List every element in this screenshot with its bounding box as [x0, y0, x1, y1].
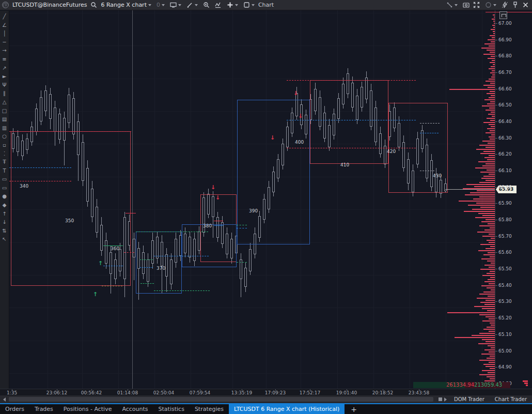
panel-tab[interactable]: Orders [0, 404, 29, 414]
sort-tool[interactable]: ⇅ [1, 227, 9, 236]
panel-square-icon[interactable] [439, 397, 442, 401]
marker-tool[interactable]: ► [1, 72, 9, 81]
scrollbar-thumb[interactable] [9, 397, 433, 402]
rectangle-tool[interactable]: □ [1, 107, 9, 116]
line-tool[interactable]: ╱ [1, 12, 9, 21]
dots-tool[interactable]: ⁚ [1, 150, 9, 159]
gridline-horizontal [9, 373, 495, 374]
chevron-down-icon [148, 4, 151, 6]
volume-profile-tool[interactable]: ▤ [1, 115, 9, 124]
arrow-down-tool[interactable]: ↓ [1, 218, 9, 227]
color-group-button[interactable] [483, 1, 498, 10]
ray-tool[interactable]: → [1, 47, 9, 55]
tpo-profile-tool[interactable]: ▥ [1, 124, 9, 133]
close-icon[interactable] [522, 2, 529, 8]
workspace-tab-bar: OrdersTradesPositions - ActiveAccountsSt… [0, 404, 532, 414]
pin-icon[interactable] [512, 2, 519, 8]
panel-tab[interactable]: Positions - Active [58, 404, 117, 414]
chart-canvas[interactable]: 340350360370380390400410420430↑↑↓↓↓↓↓ [9, 10, 495, 389]
link-off-icon [446, 2, 453, 8]
parallel-lines-tool[interactable]: ≡ [1, 55, 9, 64]
level-line [124, 252, 134, 253]
volume-profile-bar [481, 258, 495, 259]
volume-profile-bar [484, 349, 495, 350]
drawing-button[interactable] [185, 1, 199, 10]
pitchfork-tool[interactable]: Ψ [1, 81, 9, 90]
volume-profile-bar [486, 316, 495, 317]
horizontal-line-tool[interactable]: ─ [1, 38, 9, 47]
aggregation-selector[interactable]: 6 Range X chart [99, 1, 152, 10]
chevron-down-icon [178, 4, 181, 6]
volume-profile-bar [486, 163, 495, 164]
anchored-text-tool[interactable]: Ŧ [1, 158, 9, 167]
time-tick-label: 00:56:42 [81, 390, 102, 395]
dom-trader-toggle[interactable]: DOM Trader [449, 396, 490, 402]
panel-tab[interactable]: Statistics [153, 404, 190, 414]
dotted-rect-tool[interactable]: ▫ [1, 141, 9, 150]
fullscreen-icon[interactable] [473, 2, 480, 8]
trade-count-label: 370 [157, 266, 165, 271]
price-label-tool[interactable]: ▭ [1, 175, 9, 184]
level-line [237, 225, 247, 225]
volume-profile-bar [482, 339, 495, 340]
volume-profile-bar [483, 292, 495, 293]
volume-profile-bar [482, 370, 495, 371]
arrow-up-tool[interactable]: ↑ [1, 210, 9, 219]
symbol-selector[interactable]: LTCUSDT@BinanceFutures [11, 1, 88, 10]
chevron-down-icon [252, 4, 255, 6]
dot-marker-tool[interactable]: ● [1, 192, 9, 201]
panel-tab[interactable]: Trades [29, 404, 58, 414]
price-axis[interactable]: 65.93 67.0066.9066.8066.7066.6066.5066.4… [495, 10, 532, 389]
scroll-right-icon[interactable] [444, 397, 447, 402]
zoom-button[interactable] [201, 1, 211, 10]
note-tool[interactable]: ▭ [1, 184, 9, 193]
vertical-line-tool[interactable]: │ [1, 29, 9, 38]
ellipse-tool[interactable]: ○ [1, 132, 9, 141]
trading-platform-window: LTCUSDT@BinanceFutures 6 Range X chart 0 [0, 0, 532, 414]
scroll-left-icon[interactable] [3, 397, 6, 402]
panel-tab[interactable]: LTCUSDT 6 Range X chart (Historical) [229, 404, 345, 414]
layout-button[interactable] [242, 1, 256, 10]
candle [133, 239, 135, 257]
volume-profile-bar [455, 337, 495, 338]
profile-collapse-icon[interactable] [499, 11, 507, 19]
volume-profile-bar [489, 108, 495, 109]
diamond-marker-tool[interactable]: ◆ [1, 201, 9, 210]
indicators-button[interactable] [213, 1, 223, 10]
price-tick: 65.30 [495, 299, 512, 304]
volume-profile-bar [490, 35, 495, 36]
volume-profile-bar [479, 374, 495, 375]
add-panel-tab[interactable]: + [345, 404, 363, 414]
volume-profile-bar [482, 105, 495, 106]
session-volume-bar: 261334.94213059.43 [413, 382, 510, 388]
cursor-tool[interactable]: ↖ [1, 235, 9, 244]
channel-tool[interactable]: ∥ [1, 89, 9, 98]
level-line [9, 167, 71, 168]
counter-selector[interactable]: 0 [155, 1, 166, 10]
level-line [9, 131, 131, 132]
volume-profile-bar [489, 124, 495, 125]
quick-settings-icon[interactable] [502, 2, 508, 8]
volume-profile-bar [489, 351, 495, 352]
display-mode-button[interactable] [168, 1, 183, 10]
volume-profile-bar [466, 184, 495, 185]
chart-trader-toggle[interactable]: Chart Trader [490, 396, 532, 402]
panel-tab[interactable]: Strategies [190, 404, 229, 414]
symbol-search-icon[interactable] [90, 2, 97, 8]
triangle-tool[interactable]: △ [1, 98, 9, 107]
volume-profile-bar [475, 167, 495, 168]
polyline-tool[interactable]: ↗ [1, 64, 9, 73]
text-tool[interactable]: T [1, 167, 9, 176]
angle-tool[interactable]: ∠ [1, 21, 9, 30]
volume-profile-bar [483, 329, 495, 330]
time-tick-label: 17:09:23 [265, 390, 286, 395]
add-panel-button[interactable] [225, 1, 240, 10]
candle [54, 108, 56, 132]
gridline-vertical [154, 10, 155, 389]
panel-tab[interactable]: Accounts [117, 404, 153, 414]
link-group-button[interactable] [445, 1, 459, 10]
time-tick-label: 07:59:54 [190, 390, 210, 395]
time-axis[interactable]: 1:3523:06:1200:56:4201:14:0802:50:0407:5… [0, 389, 532, 395]
volume-profile-bar [480, 269, 495, 270]
screenshot-icon[interactable] [463, 2, 470, 8]
